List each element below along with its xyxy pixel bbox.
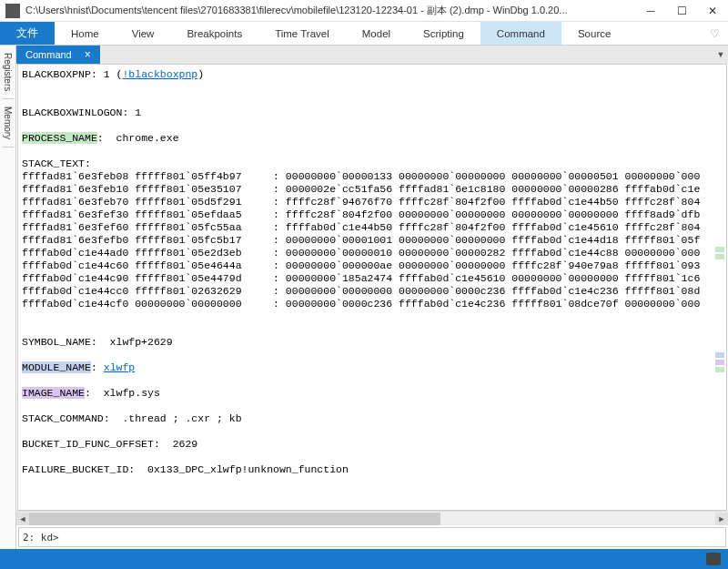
maximize-button[interactable]: ☐ [666, 0, 697, 22]
window-title: C:\Users\hnist\Documents\tencent files\2… [25, 4, 635, 17]
app-icon [5, 4, 20, 18]
scroll-left-icon[interactable]: ◄ [16, 513, 29, 525]
console-scroll[interactable]: BLACKBOXPNP: 1 (!blackboxpnp) BLACKBOXWI… [18, 65, 726, 510]
tab-file[interactable]: 文件 [0, 22, 55, 45]
tab-timetravel[interactable]: Time Travel [258, 22, 346, 45]
doctabs-dropdown-icon[interactable]: ▼ [713, 46, 728, 64]
workspace: Registers Memory Command × ▼ BLACKBOXPNP… [0, 46, 728, 549]
ribbon-tabs: 文件 Home View Breakpoints Time Travel Mod… [0, 22, 728, 46]
sidetab-memory[interactable]: Memory [2, 99, 14, 147]
doctab-close-icon[interactable]: × [85, 48, 91, 61]
doctab-command[interactable]: Command × [16, 46, 100, 64]
console-output: BLACKBOXPNP: 1 (!blackboxpnp) BLACKBOXWI… [18, 65, 726, 480]
tab-scripting[interactable]: Scripting [407, 22, 480, 45]
link-blackboxpnp[interactable]: !blackboxpnp [122, 68, 197, 80]
command-input[interactable] [63, 528, 725, 546]
tab-home[interactable]: Home [55, 22, 116, 45]
field-process-name: PROCESS_NAME [22, 132, 97, 144]
prompt-label: 2: kd> [19, 532, 63, 544]
tab-model[interactable]: Model [346, 22, 407, 45]
status-feedback-icon[interactable] [706, 553, 721, 565]
title-bar: C:\Users\hnist\Documents\tencent files\2… [0, 0, 728, 22]
feedback-icon[interactable]: ♡ [701, 22, 728, 45]
scroll-track[interactable] [29, 513, 715, 525]
command-prompt: 2: kd> [18, 527, 726, 547]
horizontal-scrollbar[interactable]: ◄ ► [16, 511, 728, 525]
tab-breakpoints[interactable]: Breakpoints [170, 22, 258, 45]
console-panel: BLACKBOXPNP: 1 (!blackboxpnp) BLACKBOXWI… [17, 64, 727, 511]
close-button[interactable]: ✕ [697, 0, 728, 22]
field-module-name: MODULE_NAME [22, 361, 91, 373]
scroll-right-icon[interactable]: ► [715, 513, 728, 525]
field-image-name: IMAGE_NAME [22, 387, 85, 399]
link-module-xlwfp[interactable]: xlwfp [104, 361, 136, 373]
document-tabs: Command × ▼ [16, 46, 728, 64]
doctab-label: Command [25, 49, 72, 60]
tab-command[interactable]: Command [480, 22, 561, 45]
side-tool-tabs: Registers Memory [0, 46, 16, 549]
main-pane: Command × ▼ BLACKBOXPNP: 1 (!blackboxpnp… [16, 46, 728, 549]
scroll-thumb[interactable] [29, 513, 440, 525]
sidetab-registers[interactable]: Registers [2, 46, 14, 99]
tab-source[interactable]: Source [561, 22, 627, 45]
tab-view[interactable]: View [116, 22, 171, 45]
status-bar [0, 549, 728, 569]
minimize-button[interactable]: ─ [635, 0, 666, 22]
